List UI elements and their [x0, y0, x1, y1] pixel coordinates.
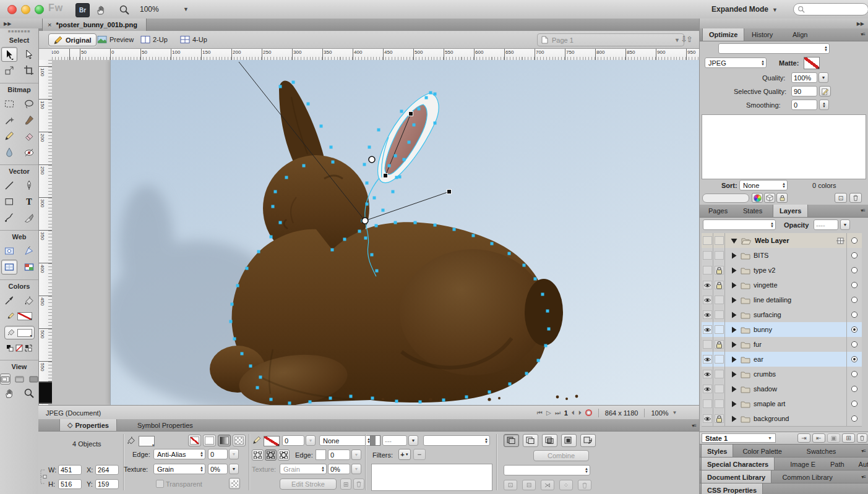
- preview-button-4-up[interactable]: 4-Up: [176, 33, 212, 45]
- zoom-level-value[interactable]: 100%: [140, 5, 159, 14]
- layer-lock-toggle[interactable]: [713, 352, 725, 367]
- layer-visibility-toggle[interactable]: [702, 352, 713, 367]
- stroke-centered-button[interactable]: [265, 449, 277, 461]
- anchor-point[interactable]: [419, 401, 422, 404]
- layer-row-type-v2[interactable]: type v2: [702, 263, 862, 278]
- layer-active-radio[interactable]: [846, 292, 862, 307]
- combine-intersect-button[interactable]: [542, 434, 557, 447]
- color-table[interactable]: [702, 114, 866, 179]
- y-field[interactable]: [95, 479, 119, 489]
- layer-visibility-toggle[interactable]: [702, 292, 713, 307]
- dock-tab-auto-sha[interactable]: Auto Sha: [853, 458, 868, 471]
- layer-name[interactable]: shadow: [754, 385, 777, 393]
- anchor-point[interactable]: [434, 93, 437, 96]
- stop-icon[interactable]: [585, 409, 592, 416]
- dock-tab-document-library[interactable]: Document Library: [701, 471, 771, 483]
- layer-row-line-detailing[interactable]: line detailing: [702, 292, 862, 308]
- status-zoom-value[interactable]: 100%: [651, 409, 668, 417]
- anchor-point[interactable]: [375, 224, 378, 228]
- layer-row-vingette[interactable]: vingette: [702, 278, 862, 293]
- search-input[interactable]: [805, 5, 861, 14]
- fill-solid-button[interactable]: [203, 435, 216, 446]
- ruler-corner[interactable]: [38, 48, 53, 61]
- layer-main[interactable]: vingette: [725, 278, 846, 292]
- tool-fullscreen[interactable]: [28, 373, 39, 385]
- no-color-button[interactable]: [15, 344, 23, 353]
- layer-main[interactable]: type v2: [725, 263, 846, 278]
- workspace-mode-select[interactable]: Expanded Mode: [711, 5, 768, 14]
- opacity-field[interactable]: [382, 435, 407, 446]
- zoom-tool-icon[interactable]: [118, 3, 131, 17]
- layer-main[interactable]: crumbs: [725, 367, 846, 381]
- stroke-none-swatch[interactable]: ▾: [17, 312, 32, 320]
- search-field[interactable]: [793, 3, 868, 15]
- anchor-point[interactable]: [509, 383, 512, 386]
- tool-hotspot[interactable]: [1, 244, 17, 258]
- layer-row-ear[interactable]: ear: [702, 352, 862, 367]
- blend-mode-select[interactable]: ▲▼: [423, 435, 490, 446]
- combine-crop-button[interactable]: [580, 434, 596, 447]
- tab-states[interactable]: States: [737, 205, 768, 217]
- panel-collapse-icon[interactable]: ◇: [67, 421, 72, 429]
- state-select[interactable]: State 1▼: [702, 433, 776, 443]
- dock-panel-menu-icon[interactable]: ▾≡: [861, 474, 866, 480]
- stroke-edge-swatch[interactable]: [316, 449, 326, 460]
- anchor-point[interactable]: [332, 161, 335, 164]
- anchor-point[interactable]: [279, 221, 282, 224]
- anchor-point[interactable]: [279, 85, 282, 88]
- layer-active-radio[interactable]: [846, 322, 862, 337]
- tab-optimize[interactable]: Optimize: [702, 28, 744, 41]
- tool-pen[interactable]: [21, 178, 37, 193]
- anchor-point[interactable]: [408, 141, 411, 144]
- layer-lock-toggle[interactable]: [713, 396, 725, 411]
- tool-scale[interactable]: [1, 63, 17, 78]
- anchor-point[interactable]: [274, 190, 277, 194]
- layer-name[interactable]: background: [754, 415, 789, 422]
- tool-rubber-stamp[interactable]: [21, 145, 37, 160]
- anchor-point[interactable]: [303, 164, 306, 168]
- layers-panel-menu-icon[interactable]: ▾≡: [861, 208, 865, 213]
- layer-row-bunny[interactable]: bunny: [702, 322, 862, 338]
- chevron-right-icon[interactable]: [730, 341, 737, 349]
- dock-panel-menu-icon[interactable]: ▾≡: [861, 448, 866, 454]
- preview-in-browser-icons[interactable]: ⇩⇧: [681, 35, 692, 44]
- preview-button-2-up[interactable]: 2-Up: [136, 33, 172, 45]
- layer-active-radio[interactable]: [846, 396, 862, 411]
- chevron-right-icon[interactable]: [730, 296, 737, 304]
- distribute-to-states-button[interactable]: ⇥: [797, 433, 810, 443]
- tool-brush[interactable]: [21, 113, 37, 127]
- layer-row-smaple-art[interactable]: smaple art: [702, 396, 862, 412]
- anchor-point[interactable]: [442, 399, 445, 402]
- layer-visibility-toggle[interactable]: [702, 337, 713, 352]
- layer-visibility-toggle[interactable]: [702, 411, 713, 426]
- arrange-select[interactable]: ▲▼: [504, 465, 590, 475]
- anchor-point[interactable]: [363, 163, 366, 166]
- layer-name[interactable]: line detailing: [754, 296, 791, 304]
- layer-visibility-toggle[interactable]: [702, 396, 713, 411]
- layer-visibility-toggle[interactable]: [702, 263, 713, 278]
- stroke-edge-amount-field[interactable]: [328, 449, 350, 460]
- layer-active-radio[interactable]: [846, 352, 862, 367]
- last-state-icon[interactable]: ⏭: [555, 409, 561, 417]
- anchor-point[interactable]: [329, 397, 332, 400]
- toolbar-collapse-button[interactable]: ▶▶: [0, 19, 42, 29]
- dock-tab-css-properties[interactable]: CSS Properties: [701, 483, 763, 494]
- anchor-point[interactable]: [394, 155, 397, 158]
- previous-state-icon[interactable]: ⏴: [572, 409, 575, 417]
- x-field[interactable]: [95, 465, 119, 475]
- anchor-point[interactable]: [395, 176, 398, 179]
- filters-list[interactable]: [371, 464, 492, 491]
- anchor-point[interactable]: [491, 242, 494, 245]
- fill-texture-amount-field[interactable]: [208, 464, 228, 474]
- anchor-point[interactable]: [350, 395, 353, 398]
- layer-lock-toggle[interactable]: [713, 278, 725, 292]
- layer-active-radio[interactable]: [846, 263, 862, 278]
- layer-name[interactable]: ear: [754, 356, 763, 363]
- tool-line[interactable]: [1, 178, 17, 193]
- layer-lock-toggle[interactable]: [713, 263, 725, 278]
- tab-properties[interactable]: ◇ Properties: [59, 419, 117, 431]
- document-tab[interactable]: × *poster_bunny_001b.png: [42, 19, 147, 31]
- anchor-point[interactable]: [400, 110, 403, 113]
- anchor-point[interactable]: [256, 386, 259, 390]
- layer-name[interactable]: surfacing: [754, 311, 781, 318]
